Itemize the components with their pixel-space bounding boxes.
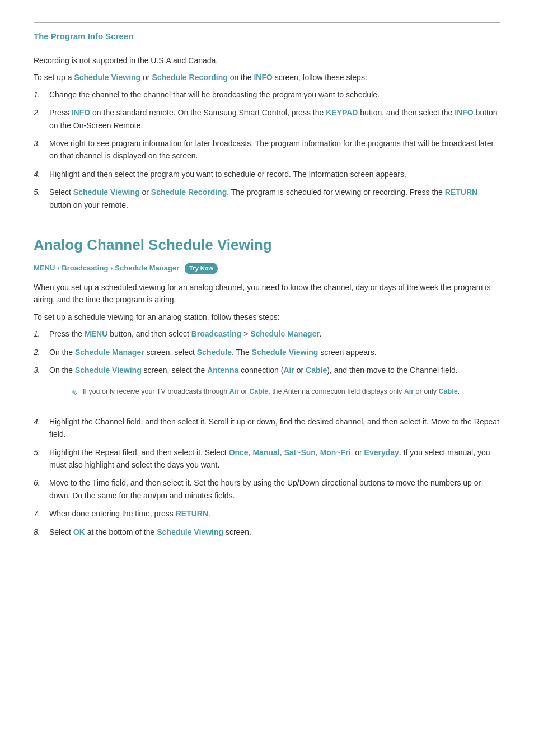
s2-step6-text: Move to the Time field, and then select … (49, 477, 500, 502)
intro2-suffix1: on the (228, 73, 254, 82)
intro2-link2: Schedule Recording (152, 73, 227, 82)
s2-step5-text: Highlight the Repeat filed, and then sel… (49, 446, 500, 472)
breadcrumb-chevron2: › (110, 263, 113, 274)
section2-title: Analog Channel Schedule Viewing (34, 234, 500, 257)
section1-step4: 4. Highlight and then select the program… (34, 168, 500, 180)
note-icon: ✎ (72, 387, 78, 399)
section1-step1: 1. Change the channel to the channel tha… (34, 88, 500, 101)
section1-intro2: To set up a Schedule Viewing or Schedule… (34, 71, 500, 83)
s2-step7-text: When done entering the time, press RETUR… (49, 507, 500, 520)
section2-breadcrumb: MENU › Broadcasting › Schedule Manager T… (34, 263, 500, 275)
section2-step8: 8. Select OK at the bottom of the Schedu… (34, 526, 500, 538)
s2-step1-text: Press the MENU button, and then select B… (49, 328, 500, 340)
step3-text: Move right to see program information fo… (49, 137, 500, 162)
breadcrumb-schedule-manager: Schedule Manager (115, 263, 179, 274)
intro2-prefix: To set up a (34, 73, 74, 82)
section2-step7: 7. When done entering the time, press RE… (34, 507, 500, 520)
section1-step5: 5. Select Schedule Viewing or Schedule R… (34, 186, 500, 211)
section2-step1: 1. Press the MENU button, and then selec… (34, 328, 500, 340)
intro2-link1: Schedule Viewing (74, 73, 140, 82)
section2-step2: 2. On the Schedule Manager screen, selec… (34, 346, 500, 358)
step3-note: ✎ If you only receive your TV broadcasts… (65, 382, 500, 404)
section2-step5: 5. Highlight the Repeat filed, and then … (34, 446, 500, 472)
section1-title: The Program Info Screen (34, 30, 500, 45)
section2: Analog Channel Schedule Viewing MENU › B… (34, 234, 500, 538)
section2-step6: 6. Move to the Time field, and then sele… (34, 477, 500, 502)
step2-text: Press INFO on the standard remote. On th… (49, 106, 500, 132)
s2-step8-text: Select OK at the bottom of the Schedule … (49, 526, 500, 538)
intro2-suffix2: screen, follow these steps: (273, 73, 367, 82)
s2-step2-text: On the Schedule Manager screen, select S… (49, 346, 500, 358)
try-now-badge[interactable]: Try Now (185, 263, 218, 275)
intro2-mid: or (140, 73, 152, 82)
breadcrumb-chevron1: › (57, 263, 59, 274)
section1-intro1: Recording is not supported in the U.S.A … (34, 54, 500, 67)
s2-step4-text: Highlight the Channel field, and then se… (49, 416, 500, 441)
intro2-info: INFO (254, 73, 272, 82)
section1-step2: 2. Press INFO on the standard remote. On… (34, 106, 500, 132)
step5-text: Select Schedule Viewing or Schedule Reco… (49, 186, 500, 211)
s2-step3-text: On the Schedule Viewing screen, select t… (49, 364, 500, 410)
section2-intro2: To set up a schedule viewing for an anal… (34, 311, 500, 323)
section1: The Program Info Screen Recording is not… (34, 22, 500, 211)
breadcrumb-broadcasting: Broadcasting (62, 263, 108, 274)
section2-steps: 1. Press the MENU button, and then selec… (34, 328, 500, 538)
section1-steps: 1. Change the channel to the channel tha… (34, 88, 500, 211)
section2-step4: 4. Highlight the Channel field, and then… (34, 416, 500, 441)
section1-step3: 3. Move right to see program information… (34, 137, 500, 162)
note-text: If you only receive your TV broadcasts t… (83, 386, 460, 397)
step1-text: Change the channel to the channel that w… (49, 88, 500, 101)
step4-text: Highlight and then select the program yo… (49, 168, 500, 180)
section2-step3: 3. On the Schedule Viewing screen, selec… (34, 364, 500, 410)
section2-intro1: When you set up a scheduled viewing for … (34, 281, 500, 306)
breadcrumb-menu: MENU (34, 263, 55, 274)
